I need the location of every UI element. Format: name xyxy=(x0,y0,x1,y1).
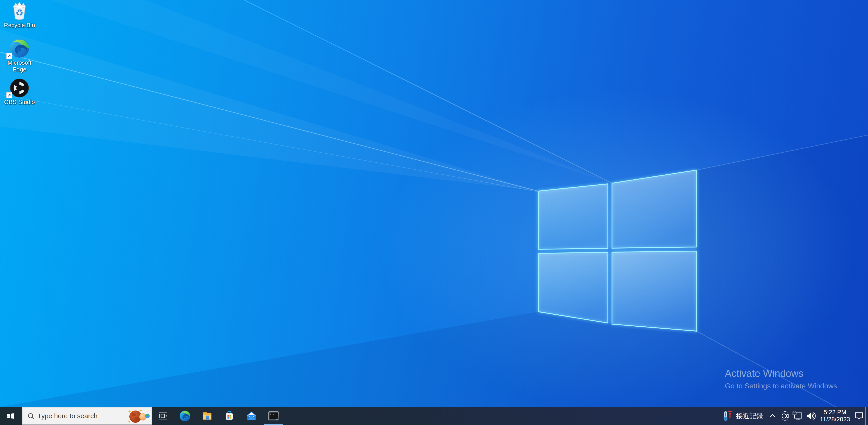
action-center-button[interactable] xyxy=(854,411,864,421)
watermark-title: Activate Windows xyxy=(725,368,839,379)
search-box[interactable] xyxy=(22,407,152,425)
taskbar-button-microsoft-store[interactable] xyxy=(218,407,240,425)
news-widget-label: 接近記録 xyxy=(736,412,763,421)
desktop-icon-microsoft-edge[interactable]: Microsoft Edge xyxy=(3,38,36,73)
taskbar-button-mail[interactable] xyxy=(240,407,262,425)
running-app-indicator xyxy=(264,424,283,425)
microsoft-edge-icon xyxy=(3,38,36,58)
clock-date: 11/28/2023 xyxy=(819,416,851,423)
taskbar: C:\_ 接近記録 xyxy=(0,407,868,425)
news-widget[interactable]: 接近記録 xyxy=(723,410,763,422)
file-explorer-icon xyxy=(202,410,213,422)
windows-desktop-screen: ♻ Recycle Bin xyxy=(0,0,868,425)
clock-time: 5:22 PM xyxy=(819,409,851,416)
task-view-icon xyxy=(157,411,168,421)
activate-windows-watermark: Activate Windows Go to Settings to activ… xyxy=(725,368,839,390)
desktop-icon-recycle-bin[interactable]: ♻ Recycle Bin xyxy=(3,2,36,29)
action-center-icon xyxy=(854,411,864,421)
desktop-icon-label: OBS Studio xyxy=(3,99,36,105)
meet-now-button[interactable] xyxy=(780,411,790,421)
volume-icon xyxy=(806,411,816,421)
clock[interactable]: 5:22 PM 11/28/2023 xyxy=(819,409,851,423)
desktop-icon-label: Recycle Bin xyxy=(3,22,36,29)
mail-icon xyxy=(246,410,257,422)
svg-text:♻: ♻ xyxy=(16,7,23,18)
taskbar-button-task-view[interactable] xyxy=(152,407,174,425)
microsoft-store-icon xyxy=(224,410,235,422)
meet-now-icon xyxy=(780,411,790,421)
obs-studio-icon xyxy=(3,78,36,98)
start-button[interactable] xyxy=(0,407,21,425)
chevron-up-icon xyxy=(769,414,776,419)
taskbar-button-microsoft-edge[interactable] xyxy=(174,407,196,425)
taskbar-button-file-explorer[interactable] xyxy=(196,407,218,425)
search-highlight-planets-graphic[interactable] xyxy=(121,408,151,425)
hidden-icons-chevron[interactable] xyxy=(769,414,776,419)
watermark-subtitle: Go to Settings to activate Windows. xyxy=(725,382,839,390)
system-tray: 接近記録 xyxy=(723,407,868,425)
network-button[interactable] xyxy=(793,411,803,421)
desktop-icon-label: Microsoft Edge xyxy=(3,59,36,73)
wallpaper-windows-logo xyxy=(0,0,868,407)
windows-logo xyxy=(538,170,696,331)
search-input[interactable] xyxy=(37,408,112,424)
shortcut-arrow-icon xyxy=(6,92,12,98)
search-icon xyxy=(27,412,35,421)
command-prompt-icon: C:\_ xyxy=(268,411,280,421)
network-icon xyxy=(793,411,803,421)
shortcut-arrow-icon xyxy=(6,53,12,59)
recycle-bin-icon: ♻ xyxy=(3,2,36,21)
taskbar-button-command-prompt[interactable]: C:\_ xyxy=(262,407,285,425)
desktop-icon-obs-studio[interactable]: OBS Studio xyxy=(3,78,36,105)
windows-start-icon xyxy=(6,412,14,420)
volume-button[interactable] xyxy=(806,411,816,421)
svg-text:C:\_: C:\_ xyxy=(270,413,276,416)
microsoft-edge-icon xyxy=(179,410,191,422)
desktop-wallpaper: ♻ Recycle Bin xyxy=(0,0,868,407)
thermometer-up-icon xyxy=(723,410,732,422)
show-desktop-strip[interactable] xyxy=(865,407,868,425)
